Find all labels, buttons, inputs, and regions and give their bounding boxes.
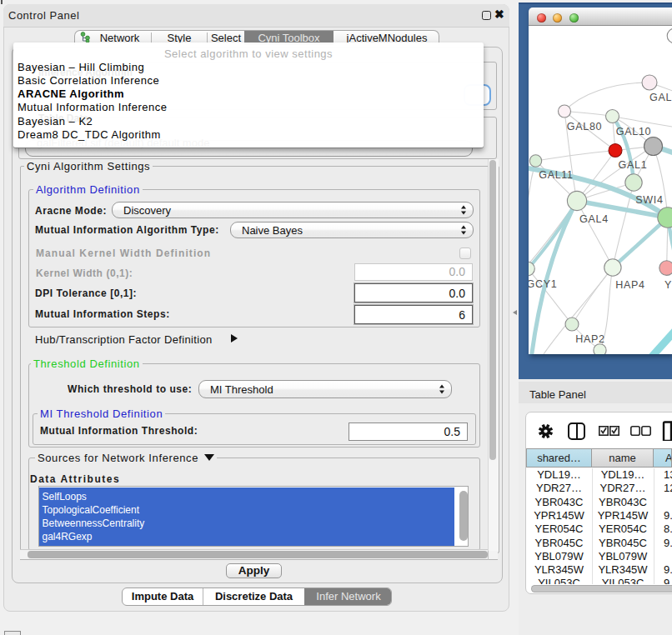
svg-text:GAL4: GAL4	[579, 213, 609, 225]
svg-text:GAL1: GAL1	[619, 159, 648, 171]
svg-text:GAL10: GAL10	[616, 126, 651, 138]
svg-text:SWI4: SWI4	[635, 194, 663, 206]
svg-text:GAL2: GAL2	[649, 92, 672, 103]
svg-text:GAL11: GAL11	[539, 169, 574, 181]
svg-text:HAP4: HAP4	[615, 279, 644, 291]
svg-text:GAL80: GAL80	[567, 121, 602, 132]
svg-text:HAP2: HAP2	[575, 333, 604, 345]
svg-text:GCY1: GCY1	[529, 278, 557, 290]
svg-text:Y: Y	[664, 279, 672, 291]
